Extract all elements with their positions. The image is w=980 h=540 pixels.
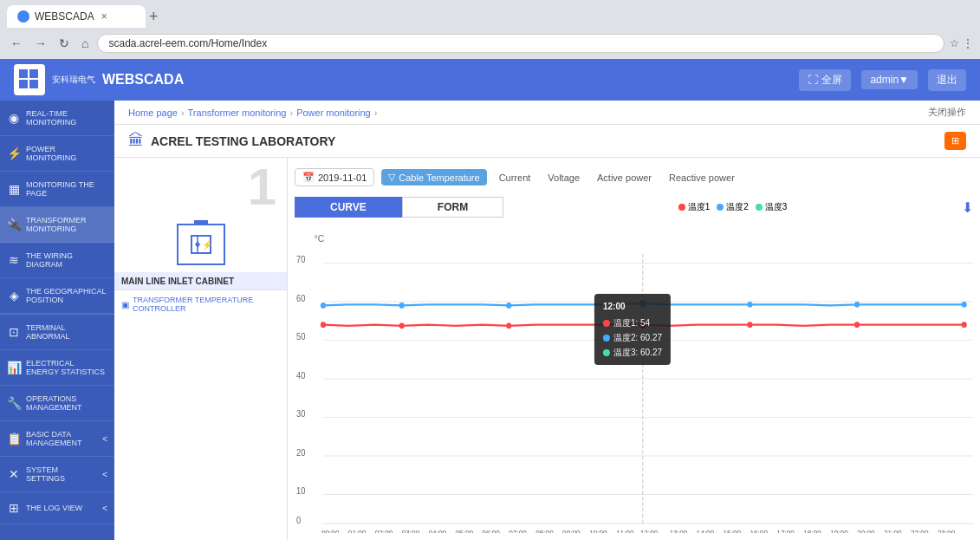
current-filter-btn[interactable]: Current <box>494 171 536 185</box>
svg-point-49 <box>321 303 326 309</box>
svg-rect-1 <box>29 69 38 78</box>
new-tab-button[interactable]: + <box>149 8 159 26</box>
reactive-power-filter-btn[interactable]: Reactive power <box>664 171 740 185</box>
svg-text:30: 30 <box>296 409 305 419</box>
chart-legend: 温度1 温度2 温度3 <box>678 201 788 213</box>
sidebar-item-log-view[interactable]: ⊞ THE LOG VIEW < <box>0 492 114 524</box>
refresh-button[interactable]: ↻ <box>55 35 73 52</box>
download-button[interactable]: ⬇ <box>962 199 973 216</box>
legend-dot-temp1 <box>678 204 685 211</box>
fullscreen-button[interactable]: ⛶ 全屏 <box>799 69 851 91</box>
legend-label-temp2: 温度2 <box>726 201 749 213</box>
svg-text:15:00: 15:00 <box>724 529 742 533</box>
forward-button[interactable]: → <box>31 35 50 52</box>
back-button[interactable]: ← <box>7 35 26 52</box>
browser-tab[interactable]: WEBSCADA × <box>7 5 146 28</box>
svg-point-57 <box>399 322 405 329</box>
sidebar-label: MONITORING THE PAGE <box>26 180 107 198</box>
sidebar-item-system-settings[interactable]: ✕ SYSTEM SETTINGS < <box>0 457 114 492</box>
app-title: WEBSCADA <box>102 72 184 88</box>
svg-text:05:00: 05:00 <box>455 529 473 533</box>
tab-close-icon[interactable]: × <box>101 10 107 23</box>
device-sub-item[interactable]: ▣ TRANSFORMER TEMPERATURE CONTROLLER <box>114 290 287 318</box>
filter-icon: ▽ <box>388 172 395 183</box>
building-icon: 🏛 <box>128 132 144 150</box>
sidebar-label: OPERATIONS MANAGEMENT <box>26 394 107 412</box>
chevron-icon: < <box>102 504 107 513</box>
collapse-panel-button[interactable]: < <box>287 293 288 328</box>
grid-view-button[interactable]: ⊞ <box>944 132 966 150</box>
sidebar-item-power-monitoring[interactable]: ⚡ POWER MONITORING <box>0 136 114 172</box>
sidebar-item-wiring-diagram[interactable]: ≋ THE WIRING DIAGRAM <box>0 243 114 278</box>
svg-text:00:00: 00:00 <box>321 529 340 533</box>
svg-text:18:00: 18:00 <box>803 529 821 533</box>
svg-text:40: 40 <box>296 371 305 381</box>
breadcrumb-power[interactable]: Power monitoring <box>296 107 371 118</box>
svg-point-59 <box>639 321 646 329</box>
star-button[interactable]: ☆ <box>950 37 959 49</box>
svg-text:08:00: 08:00 <box>535 529 554 533</box>
sidebar-label: SYSTEM SETTINGS <box>26 465 97 483</box>
svg-point-51 <box>506 303 511 309</box>
url-input[interactable] <box>97 34 944 53</box>
svg-point-53 <box>747 302 752 308</box>
legend-dot-temp2 <box>717 204 724 211</box>
sidebar-item-electrical-energy[interactable]: 📊 ELECTRICAL ENERGY STATISTICS <box>0 350 114 386</box>
app-wrapper: 安科瑞电气 WEBSCADA ⛶ 全屏 admin▼ 退出 ◉ REAL-TIM… <box>0 59 980 540</box>
svg-text:13:00: 13:00 <box>670 529 688 533</box>
sidebar-item-geographical[interactable]: ◈ THE GEOGRAPHICAL POSITION <box>0 278 114 314</box>
breadcrumb-sep-3: › <box>374 107 378 118</box>
voltage-filter-btn[interactable]: Voltage <box>542 171 585 185</box>
logo-text: 安科瑞电气 <box>52 75 95 85</box>
chart-toolbar: 📅 2019-11-01 ▽ Cable Temperature Current… <box>295 165 973 190</box>
svg-text:10: 10 <box>296 486 305 496</box>
tab-title: WEBSCADA <box>35 10 94 23</box>
sidebar-item-monitoring-page[interactable]: ▦ MONITORING THE PAGE <box>0 172 114 207</box>
breadcrumb-transformer[interactable]: Transformer monitoring <box>188 107 287 118</box>
sidebar-label: TRANSFORMER MONITORING <box>26 216 107 233</box>
svg-text:0: 0 <box>296 516 301 525</box>
device-sub-icon: ▣ <box>121 300 129 309</box>
sidebar-item-basic-data[interactable]: 📋 BASIC DATA MANAGEMENT < <box>0 421 114 457</box>
date-picker[interactable]: 📅 2019-11-01 <box>295 168 374 186</box>
electrical-icon: 📊 <box>7 361 21 374</box>
svg-rect-2 <box>19 80 28 88</box>
monitoring-icon: ▦ <box>7 182 21 196</box>
svg-text:04:00: 04:00 <box>429 529 447 533</box>
svg-text:23:00: 23:00 <box>938 529 956 533</box>
sidebar-item-terminal-abnormal[interactable]: ⊡ TERMINAL ABNORMAL <box>0 315 114 350</box>
logout-button[interactable]: 退出 <box>928 69 966 91</box>
close-operation[interactable]: 关闭操作 <box>928 106 966 119</box>
sidebar-item-operations-management[interactable]: 🔧 OPERATIONS MANAGEMENT <box>0 386 114 421</box>
svg-text:12:00: 12:00 <box>640 529 659 533</box>
tab-curve[interactable]: CURVE <box>295 197 402 218</box>
fullscreen-icon: ⛶ <box>808 74 818 86</box>
app-logo: 安科瑞电气 <box>14 64 95 95</box>
left-panel: 1 ⚡ MA <box>114 158 288 540</box>
chart-container: °C 70 60 50 40 30 20 10 0 <box>295 224 973 533</box>
filter-dropdown[interactable]: ▽ Cable Temperature <box>381 169 486 185</box>
device-controller-label: TRANSFORMER TEMPERATURE CONTROLLER <box>133 296 280 313</box>
active-power-filter-btn[interactable]: Active power <box>592 171 657 185</box>
menu-button[interactable]: ⋮ <box>963 37 973 49</box>
svg-text:11:00: 11:00 <box>616 529 634 533</box>
svg-text:19:00: 19:00 <box>830 529 848 533</box>
svg-text:22:00: 22:00 <box>911 529 929 533</box>
legend-temp3: 温度3 <box>756 201 788 213</box>
chart-tabs: CURVE FORM <box>295 197 503 218</box>
admin-menu-button[interactable]: admin▼ <box>861 70 918 89</box>
svg-point-56 <box>321 322 326 328</box>
home-button[interactable]: ⌂ <box>78 35 92 52</box>
sidebar-item-real-time-monitoring[interactable]: ◉ REAL-TIME MONITORING <box>0 101 114 136</box>
real-time-icon: ◉ <box>7 111 21 125</box>
breadcrumb-home[interactable]: Home page <box>128 107 178 118</box>
tab-curve-label: CURVE <box>330 201 367 213</box>
wiring-icon: ≋ <box>7 253 21 267</box>
sidebar-item-transformer-monitoring[interactable]: 🔌 TRANSFORMER MONITORING <box>0 207 114 243</box>
device-number: 1 <box>248 161 276 213</box>
two-panel: 1 ⚡ MA <box>114 158 980 540</box>
tab-form[interactable]: FORM <box>402 197 503 218</box>
sidebar-label: ELECTRICAL ENERGY STATISTICS <box>26 359 107 376</box>
sidebar-label: TERMINAL ABNORMAL <box>26 323 107 341</box>
svg-text:17:00: 17:00 <box>776 529 795 533</box>
